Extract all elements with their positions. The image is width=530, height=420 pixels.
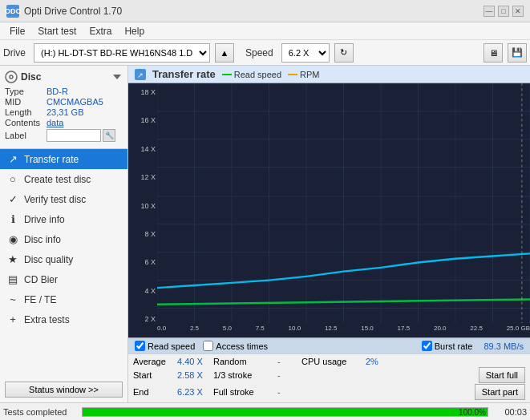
tool-btn-2[interactable]: 💾	[508, 43, 527, 63]
transfer-rate-icon: ↗	[6, 153, 19, 165]
toolbar: Drive (H:) HL-DT-ST BD-RE WH16NS48 1.D3 …	[0, 40, 530, 66]
checkbox-access-times[interactable]: Access times	[203, 341, 268, 351]
nav-disc-quality[interactable]: ★ Disc quality	[0, 249, 127, 269]
checkbox-burst-rate[interactable]: Burst rate	[422, 341, 473, 351]
disc-section-title: Disc	[21, 71, 41, 83]
end-label: End	[133, 387, 177, 397]
full-stroke-value: -	[277, 387, 475, 397]
svg-text:↗: ↗	[137, 71, 144, 79]
chart-svg	[157, 83, 530, 337]
progress-bar	[83, 408, 488, 416]
svg-marker-2	[113, 75, 121, 79]
status-text: Tests completed	[3, 407, 75, 417]
y-label-8: 8 X	[130, 230, 156, 238]
legend-read-color	[222, 74, 232, 75]
x-label-200: 20.0	[434, 325, 447, 336]
chart-header: ↗ Transfer rate Read speed RPM	[128, 66, 530, 83]
checkbox-read-speed[interactable]: Read speed	[135, 341, 195, 351]
y-label-12: 12 X	[130, 173, 156, 181]
chart-plot: 0.0 2.5 5.0 7.5 10.0 12.5 15.0 17.5 20.0…	[157, 83, 530, 337]
nav-disc-info[interactable]: ◉ Disc info	[0, 229, 127, 249]
chart-title: Transfer rate	[152, 68, 216, 80]
nav-verify-test-disc[interactable]: ✓ Verify test disc	[0, 189, 127, 209]
eject-button[interactable]: ▲	[215, 43, 234, 63]
disc-icon	[5, 71, 18, 83]
menu-file[interactable]: File	[3, 24, 31, 38]
x-label-125: 12.5	[325, 325, 338, 336]
x-label-175: 17.5	[398, 325, 411, 336]
menu-start-test[interactable]: Start test	[31, 24, 83, 38]
fe-te-icon: ~	[6, 293, 19, 305]
progress-text: 100.0%	[459, 408, 486, 418]
nav-drive-info[interactable]: ℹ Drive info	[0, 209, 127, 229]
app-title: Opti Drive Control 1.70	[24, 6, 122, 17]
start-label: Start	[133, 370, 177, 380]
label-input[interactable]	[47, 129, 101, 142]
nav-extra-tests[interactable]: + Extra tests	[0, 309, 127, 329]
nav-disc-info-label: Disc info	[24, 234, 61, 245]
type-label: Type	[5, 87, 47, 96]
chart-area: ↗ Transfer rate Read speed RPM 18 X 16 X…	[128, 66, 530, 402]
full-stroke-label: Full stroke	[213, 387, 277, 397]
disc-panel: Disc Type BD-R MID CMCMAGBA5 Length 23,3…	[0, 66, 127, 149]
drive-label: Drive	[3, 47, 26, 59]
menu-help[interactable]: Help	[118, 24, 151, 38]
y-label-2: 2 X	[130, 315, 156, 323]
menu-extra[interactable]: Extra	[83, 24, 118, 38]
stroke-13-label: 1/3 stroke	[213, 370, 277, 380]
average-label: Average	[133, 357, 177, 366]
speed-select[interactable]: 6.2 X	[281, 43, 330, 63]
x-label-25: 2.5	[190, 325, 199, 336]
random-value: -	[277, 357, 301, 366]
nav-create-test-disc[interactable]: ○ Create test disc	[0, 169, 127, 189]
contents-value[interactable]: data	[47, 118, 63, 127]
nav-verify-disc-label: Verify test disc	[24, 194, 86, 205]
nav-fe-te[interactable]: ~ FE / TE	[0, 289, 127, 309]
svg-point-0	[6, 71, 17, 83]
menu-bar: File Start test Extra Help	[0, 22, 530, 40]
length-label: Length	[5, 107, 47, 117]
y-label-18: 18 X	[130, 88, 156, 96]
x-label-50: 5.0	[223, 325, 232, 336]
nav-transfer-rate-label: Transfer rate	[24, 154, 79, 165]
stats-area: Average 4.40 X Random - CPU usage 2% Sta…	[128, 353, 530, 402]
x-label-225: 22.5	[470, 325, 483, 336]
status-time: 00:03	[495, 407, 527, 417]
type-value: BD-R	[47, 87, 68, 96]
nav-disc-quality-label: Disc quality	[24, 254, 73, 265]
svg-point-1	[10, 75, 13, 79]
x-axis-labels: 0.0 2.5 5.0 7.5 10.0 12.5 15.0 17.5 20.0…	[157, 323, 530, 337]
mid-label: MID	[5, 97, 47, 107]
y-label-6: 6 X	[130, 258, 156, 266]
stroke-13-value: -	[277, 370, 479, 380]
start-value: 2.58 X	[177, 370, 213, 380]
access-times-checkbox[interactable]	[203, 341, 213, 351]
label-edit-btn[interactable]: 🔧	[103, 129, 115, 142]
speed-label: Speed	[245, 47, 273, 59]
y-label-16: 16 X	[130, 116, 156, 124]
tool-btn-1[interactable]: 🖥	[483, 43, 503, 63]
main-layout: Disc Type BD-R MID CMCMAGBA5 Length 23,3…	[0, 66, 530, 402]
status-window-btn[interactable]: Status window >>	[5, 382, 123, 398]
title-bar: ODC Opti Drive Control 1.70 — □ ✕	[0, 0, 530, 22]
minimize-button[interactable]: —	[483, 6, 495, 17]
drive-select[interactable]: (H:) HL-DT-ST BD-RE WH16NS48 1.D3	[34, 43, 210, 63]
random-label: Random	[213, 357, 277, 366]
y-label-4: 4 X	[130, 287, 156, 295]
refresh-button[interactable]: ↻	[334, 43, 354, 63]
start-part-button[interactable]: Start part	[475, 384, 525, 400]
progress-container: 100.0%	[82, 407, 488, 417]
nav-extra-tests-label: Extra tests	[24, 314, 70, 325]
access-times-checkbox-label: Access times	[216, 341, 268, 351]
nav-transfer-rate[interactable]: ↗ Transfer rate	[0, 149, 127, 169]
x-label-150: 15.0	[361, 325, 374, 336]
read-speed-checkbox[interactable]	[135, 341, 145, 351]
x-label-0: 0.0	[157, 325, 166, 336]
maximize-button[interactable]: □	[498, 6, 509, 17]
legend-read-speed: Read speed	[222, 70, 281, 79]
burst-rate-checkbox[interactable]	[422, 341, 432, 351]
start-full-button[interactable]: Start full	[479, 367, 525, 383]
chart-checkboxes: Read speed Access times Burst rate 89.3 …	[128, 337, 530, 353]
nav-cd-bier[interactable]: ▤ CD Bier	[0, 269, 127, 289]
close-button[interactable]: ✕	[512, 6, 524, 17]
